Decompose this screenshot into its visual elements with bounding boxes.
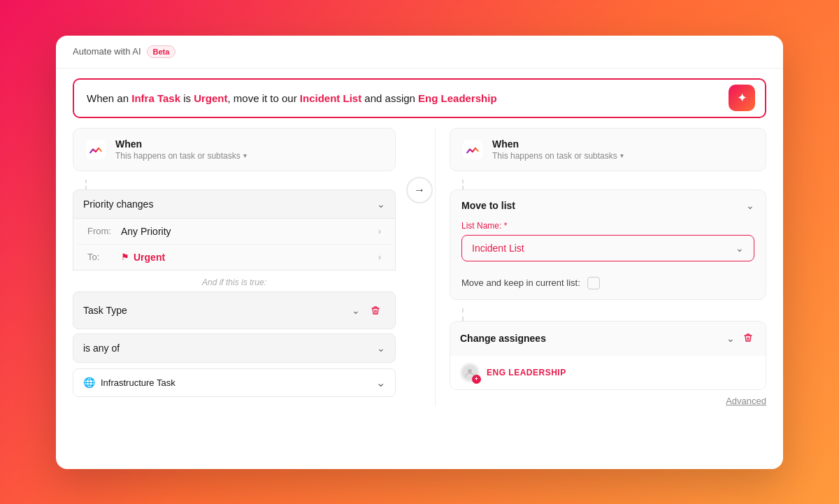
- task-type-chevron: ⌄: [352, 305, 360, 316]
- when-info-right: When This happens on task or subtasks ▾: [492, 138, 754, 161]
- when-chevron-left: ▾: [243, 152, 247, 159]
- ai-prompt-text: When an Infra Task is Urgent, move it to…: [87, 91, 730, 106]
- priority-changes-dropdown[interactable]: Priority changes ⌄: [73, 189, 396, 219]
- assignees-delete-icon[interactable]: [740, 330, 756, 347]
- move-to-list-title: Move to list: [461, 200, 515, 211]
- to-row[interactable]: To: ⚑ Urgent ›: [76, 245, 392, 270]
- assignees-header[interactable]: Change assignees ⌄: [450, 322, 766, 356]
- required-star: *: [504, 221, 508, 231]
- main-grid: When This happens on task or subtasks ▾ …: [56, 128, 783, 420]
- eng-avatar: +: [460, 363, 480, 382]
- when-block-left: When This happens on task or subtasks ▾: [73, 128, 396, 171]
- assignees-title: Change assignees: [460, 333, 546, 344]
- list-dropdown-value: Incident List: [472, 243, 524, 254]
- clickup-icon-right: [461, 138, 484, 161]
- move-keep-row: Move and keep in current list:: [450, 270, 766, 299]
- center-col: →: [404, 128, 435, 406]
- list-name-label: List Name: *: [461, 221, 754, 231]
- when-info-left: When This happens on task or subtasks ▾: [115, 138, 384, 161]
- from-chevron: ›: [378, 226, 381, 236]
- move-to-list-chevron: ⌄: [746, 200, 754, 211]
- list-dropdown-chevron: ⌄: [736, 243, 744, 254]
- from-value: Any Priority: [121, 226, 373, 237]
- advanced-link[interactable]: Advanced: [726, 396, 766, 406]
- when-subtitle-left[interactable]: This happens on task or subtasks ▾: [115, 151, 384, 161]
- change-assignees-block: Change assignees ⌄: [450, 321, 766, 390]
- urgent-flag: ⚑: [121, 252, 129, 262]
- top-bar: Automate with AI Beta: [56, 36, 783, 69]
- when-block-right: When This happens on task or subtasks ▾: [450, 128, 766, 171]
- clickup-icon-left: [85, 138, 107, 161]
- task-type-label: Task Type: [83, 305, 127, 316]
- svg-point-2: [468, 369, 472, 373]
- svg-rect-1: [463, 140, 482, 159]
- to-chevron: ›: [378, 252, 381, 262]
- to-label: To:: [87, 252, 115, 262]
- move-keep-checkbox[interactable]: [587, 277, 600, 289]
- plus-avatar: +: [472, 375, 481, 384]
- beta-badge: Beta: [147, 45, 176, 58]
- urgent-text: Urgent: [134, 252, 165, 263]
- from-row[interactable]: From: Any Priority ›: [76, 219, 392, 245]
- is-any-of-label: is any of: [83, 343, 120, 354]
- left-column: When This happens on task or subtasks ▾ …: [73, 128, 404, 406]
- when-chevron-right: ▾: [620, 152, 624, 159]
- eng-leadership-row: + ENG LEADERSHIP: [450, 356, 766, 389]
- priority-chevron: ⌄: [377, 199, 385, 210]
- move-to-list-header[interactable]: Move to list ⌄: [450, 190, 766, 221]
- advanced-link-container: Advanced: [450, 390, 766, 406]
- ai-prompt-box: When an Infra Task is Urgent, move it to…: [73, 78, 766, 118]
- connector-left-1: [85, 180, 396, 189]
- is-any-of-dropdown[interactable]: is any of ⌄: [73, 333, 396, 363]
- automate-label: Automate with AI: [73, 46, 141, 57]
- connector-right-2: [462, 308, 766, 321]
- infra-chevron: ⌄: [376, 376, 385, 389]
- list-name-section: List Name: * Incident List ⌄: [450, 221, 766, 270]
- move-keep-label: Move and keep in current list:: [461, 278, 580, 288]
- infrastructure-task-row[interactable]: 🌐 Infrastructure Task ⌄: [73, 368, 396, 397]
- arrow-button[interactable]: →: [406, 177, 433, 203]
- when-subtitle-right[interactable]: This happens on task or subtasks ▾: [492, 151, 754, 161]
- list-dropdown[interactable]: Incident List ⌄: [461, 235, 754, 261]
- main-card: Automate with AI Beta When an Infra Task…: [56, 36, 783, 469]
- task-type-dropdown[interactable]: Task Type ⌄: [73, 291, 396, 329]
- ai-sparkle-button[interactable]: ✦: [729, 85, 755, 111]
- right-column: When This happens on task or subtasks ▾ …: [435, 128, 766, 406]
- and-if-label: And if this is true:: [73, 271, 396, 291]
- assignees-chevron: ⌄: [726, 333, 735, 344]
- svg-rect-0: [86, 140, 106, 159]
- globe-icon: 🌐: [83, 377, 95, 388]
- move-to-list-block: Move to list ⌄ List Name: * Incident Lis…: [450, 189, 766, 300]
- when-title-right: When: [492, 138, 754, 150]
- infra-label: Infrastructure Task: [101, 377, 175, 388]
- is-any-of-chevron: ⌄: [377, 343, 385, 354]
- eng-leadership-label: ENG LEADERSHIP: [487, 368, 566, 377]
- to-value: ⚑ Urgent: [121, 252, 373, 263]
- task-type-delete-icon[interactable]: [366, 301, 385, 320]
- when-title-left: When: [115, 138, 384, 150]
- from-label: From:: [87, 226, 115, 236]
- connector-right-1: [462, 180, 766, 189]
- priority-changes-label: Priority changes: [83, 199, 153, 210]
